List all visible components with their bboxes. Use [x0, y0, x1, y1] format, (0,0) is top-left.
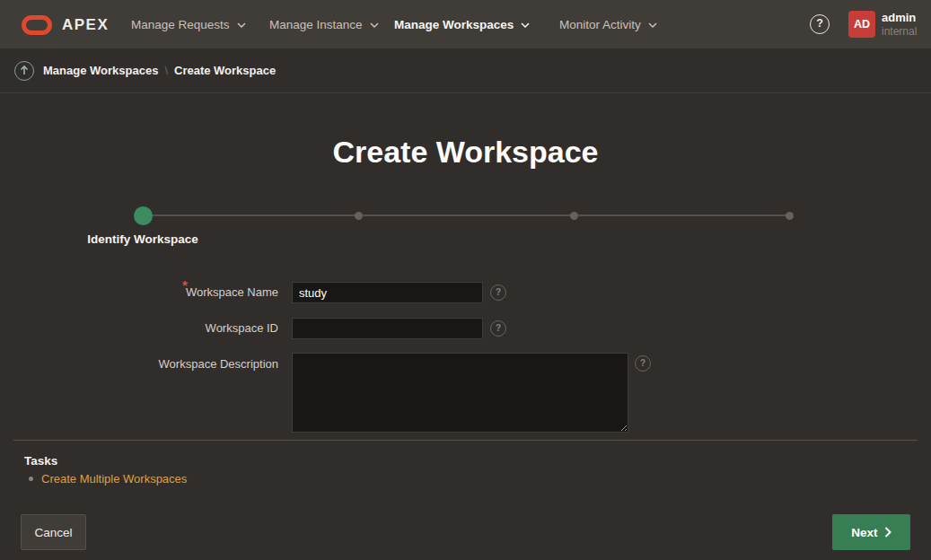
- workspace-id-input[interactable]: [292, 318, 483, 339]
- chevron-down-icon: [521, 22, 530, 28]
- wizard-step-2-dot: [355, 212, 363, 220]
- task-link-create-multiple-workspaces[interactable]: Create Multiple Workspaces: [41, 472, 187, 486]
- up-arrow-icon[interactable]: [14, 61, 34, 81]
- user-name: admin: [882, 11, 916, 24]
- wizard-step-4-dot: [786, 212, 794, 220]
- chevron-down-icon: [648, 22, 657, 28]
- section-divider: [13, 440, 918, 441]
- nav-manage-workspaces-label: Manage Workspaces: [394, 18, 514, 31]
- workspace-name-input[interactable]: [292, 282, 483, 303]
- breadcrumb-parent[interactable]: Manage Workspaces: [43, 64, 158, 77]
- nav-manage-requests[interactable]: Manage Requests: [131, 0, 246, 49]
- user-org: internal: [882, 25, 917, 38]
- nav-manage-workspaces[interactable]: Manage Workspaces: [394, 0, 530, 49]
- user-avatar[interactable]: AD: [848, 11, 875, 38]
- brand-apex: APEX: [62, 0, 109, 49]
- help-icon[interactable]: [810, 14, 830, 34]
- workspace-description-textarea[interactable]: [292, 353, 628, 433]
- nav-manage-requests-label: Manage Requests: [131, 18, 230, 31]
- chevron-right-icon: [884, 527, 891, 538]
- oracle-logo-icon: [22, 15, 52, 35]
- workspace-description-help-icon[interactable]: [635, 355, 651, 372]
- wizard-step-3-dot: [570, 212, 578, 220]
- chevron-down-icon: [370, 22, 379, 28]
- top-navigation-bar: APEX Manage Requests Manage Instance Man…: [0, 0, 931, 48]
- cancel-button[interactable]: Cancel: [21, 514, 86, 550]
- nav-monitor-activity[interactable]: Monitor Activity: [559, 0, 657, 49]
- breadcrumb: Manage Workspaces \ Create Workspace: [0, 48, 931, 93]
- workspace-id-help-icon[interactable]: [490, 320, 506, 337]
- tasks-heading: Tasks: [24, 454, 57, 468]
- wizard-step-label: Identify Workspace: [87, 232, 198, 246]
- breadcrumb-current: Create Workspace: [174, 64, 276, 77]
- workspace-name-help-icon[interactable]: [490, 284, 506, 301]
- nav-monitor-activity-label: Monitor Activity: [559, 18, 641, 31]
- next-button[interactable]: Next: [832, 514, 910, 550]
- wizard-step-1-current: [134, 206, 153, 225]
- chevron-down-icon: [237, 22, 246, 28]
- page-title: Create Workspace: [0, 135, 931, 170]
- workspace-description-label: Workspace Description: [0, 357, 278, 371]
- breadcrumb-separator: \: [164, 64, 168, 77]
- nav-manage-instance-label: Manage Instance: [269, 18, 363, 31]
- workspace-name-label: Workspace Name: [0, 285, 278, 299]
- wizard-progress-line: [143, 214, 790, 216]
- nav-manage-instance[interactable]: Manage Instance: [269, 0, 379, 49]
- workspace-id-label: Workspace ID: [0, 321, 278, 335]
- task-bullet: [29, 477, 33, 481]
- next-button-label: Next: [851, 526, 877, 539]
